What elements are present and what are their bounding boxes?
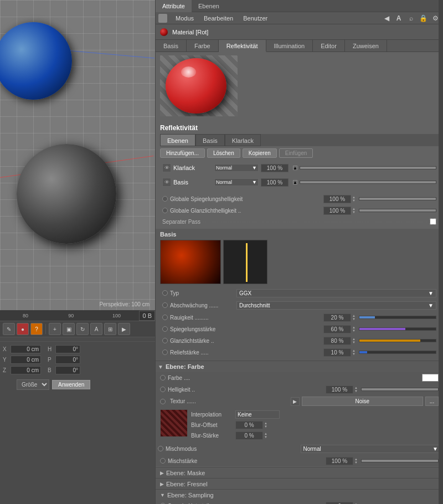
layer-klarlack-name: Klarlack — [173, 164, 212, 171]
slider-dec-btn-2[interactable]: ▲ — [293, 180, 297, 184]
slider-dec-btn[interactable]: ▲ — [293, 166, 297, 170]
fresnel-section[interactable]: ▶ Ebene: Fresnel — [156, 478, 443, 489]
global-glanz-radio[interactable] — [162, 208, 168, 213]
ebenen-tab-basis[interactable]: Basis — [195, 134, 225, 146]
z-input[interactable] — [11, 366, 41, 374]
cursor-icon[interactable]: A — [394, 13, 404, 23]
hinzufuegen-btn[interactable]: Hinzufügen... — [160, 148, 205, 158]
main-content: Reflektivität Ebenen Basis Klarlack Hinz… — [156, 52, 443, 504]
klarlack-slider[interactable] — [300, 166, 436, 169]
rauigkeit-slider[interactable] — [359, 316, 436, 319]
y-input[interactable] — [11, 356, 41, 364]
back-icon[interactable]: ◀ — [382, 13, 392, 23]
sub-tab-basis[interactable]: Basis — [156, 40, 187, 52]
sub-tab-farbe[interactable]: Farbe — [187, 40, 219, 52]
reliefstaerke-radio[interactable] — [162, 349, 168, 355]
b-input[interactable] — [55, 366, 80, 374]
farbe-swatch[interactable] — [422, 374, 439, 382]
mischstaerke-radio[interactable] — [160, 458, 166, 464]
loop-btn[interactable]: ↻ — [76, 323, 89, 335]
abschwachung-radio[interactable] — [162, 302, 168, 308]
spiegelungsstaerke-radio[interactable] — [162, 326, 168, 332]
edit-tool-btn[interactable]: ✎ — [3, 323, 15, 335]
menu-bearbeiten[interactable]: Bearbeiten — [199, 14, 238, 23]
reliefstaerke-down[interactable]: ▼ — [352, 352, 357, 356]
add-key-btn[interactable]: + — [49, 323, 61, 335]
record-btn[interactable]: ● — [17, 323, 29, 335]
glanzlichtstaerke-radio[interactable] — [162, 338, 168, 343]
frame-btn[interactable]: ▣ — [63, 323, 75, 335]
reliefstaerke-slider[interactable] — [359, 351, 436, 354]
kopieren-btn[interactable]: Kopieren — [243, 148, 277, 158]
basis-slider[interactable] — [300, 181, 436, 184]
sub-tab-illumination[interactable]: Illumination — [266, 40, 313, 52]
layer-basis-dropdown[interactable]: Normal ▼ — [214, 178, 259, 186]
einfuegen-btn[interactable]: Einfügen — [279, 148, 313, 158]
h-input[interactable] — [55, 345, 80, 353]
spiegelung-slider[interactable] — [359, 197, 436, 200]
helligkeit-down[interactable]: ▼ — [354, 389, 359, 393]
glanzlichtstaerke-down[interactable]: ▼ — [352, 341, 357, 344]
sampling-section[interactable]: ▼ Ebene: Sampling — [156, 489, 443, 500]
textur-radio[interactable] — [160, 399, 166, 404]
farbe-radio[interactable] — [160, 375, 166, 380]
typ-select[interactable]: GGX ▼ — [236, 289, 436, 297]
helligkeit-radio[interactable] — [160, 387, 166, 392]
spiegelungsstaerke-down[interactable]: ▼ — [352, 329, 357, 332]
layer-basis-eye[interactable]: 👁 — [162, 178, 171, 187]
typ-radio[interactable] — [162, 290, 168, 296]
spiegelung-down[interactable]: ▼ — [352, 199, 357, 202]
dots-button[interactable]: ... — [425, 397, 439, 406]
separater-pass-checkbox[interactable] — [430, 218, 436, 225]
mischmodus-radio[interactable] — [158, 446, 163, 451]
film-btn[interactable]: ▶ — [118, 323, 130, 335]
ebenen-tab-klarlack[interactable]: Klarlack — [225, 134, 261, 146]
textur-arrow-btn[interactable]: ▶ — [291, 397, 300, 406]
mischstaerke-slider[interactable] — [361, 459, 439, 462]
abschwachung-select[interactable]: Durchschnitt ▼ — [236, 301, 436, 310]
global-glanz-row: Globale Glanzlichthelligkeit .. 100 % ▲ … — [160, 205, 439, 216]
size-select[interactable]: Größe — [17, 379, 49, 390]
global-spiegelung-row: Globale Spiegelungshelligkeit 100 % ▲ ▼ — [160, 193, 439, 204]
auto-btn[interactable]: A — [90, 323, 102, 335]
glanzlichtstaerke-slider[interactable] — [359, 339, 436, 342]
sub-tab-zuweisen[interactable]: Zuweisen — [345, 40, 387, 52]
mischstaerke-down[interactable]: ▼ — [354, 461, 359, 464]
mischmodus-label: Mischmodus — [166, 446, 301, 452]
rauigkeit-radio[interactable] — [162, 315, 168, 320]
layer-klarlack-dropdown[interactable]: Normal ▼ — [214, 164, 259, 172]
info-btn[interactable]: ? — [30, 323, 43, 335]
spiegelungsstaerke-slider[interactable] — [359, 327, 436, 331]
sub-tab-editor[interactable]: Editor — [313, 40, 345, 52]
lock-icon[interactable]: 🔒 — [418, 13, 428, 23]
loeschen-btn[interactable]: Löschen — [207, 148, 240, 158]
blur-offset-down[interactable]: ▼ — [264, 425, 269, 428]
right-scrollbar[interactable] — [439, 0, 443, 504]
noise-button[interactable]: Noise — [302, 397, 424, 406]
tab-ebenen[interactable]: Ebenen — [192, 0, 226, 12]
ebenen-tab-ebenen[interactable]: Ebenen — [160, 134, 195, 146]
glanz-down[interactable]: ▼ — [352, 210, 357, 214]
maske-section[interactable]: ▶ Ebene: Maske — [156, 467, 443, 478]
rauigkeit-down[interactable]: ▼ — [352, 317, 357, 321]
mischmodus-select[interactable]: Normal ▼ — [301, 445, 441, 453]
layer-klarlack-eye[interactable]: 👁 — [162, 163, 171, 172]
tab-attribute[interactable]: Attribute — [156, 0, 192, 12]
farbe-section-header[interactable]: ▼ Ebene: Farbe — [156, 361, 443, 372]
sub-tab-reflektivitaet[interactable]: Reflektivität — [219, 40, 266, 52]
search-icon[interactable]: ⌕ — [406, 13, 416, 23]
blur-staerke-down[interactable]: ▼ — [264, 435, 269, 439]
p-input[interactable] — [55, 356, 80, 364]
grid-btn[interactable]: ⊞ — [104, 323, 116, 335]
apply-button[interactable]: Anwenden — [52, 380, 90, 389]
glanz-slider[interactable] — [359, 209, 436, 212]
interpolation-dropdown[interactable]: Keine — [235, 410, 280, 419]
helligkeit-slider[interactable] — [361, 388, 439, 391]
glanz-stepper: ▲ ▼ — [352, 207, 357, 214]
global-spiegelung-radio[interactable] — [162, 196, 168, 202]
blur-offset-label: Blur-Offset — [191, 422, 235, 428]
menu-benutzer[interactable]: Benutzer — [239, 14, 272, 23]
coord-y-row: Y P — [0, 354, 155, 365]
x-input[interactable] — [11, 345, 41, 353]
menu-modus[interactable]: Modus — [171, 14, 198, 23]
